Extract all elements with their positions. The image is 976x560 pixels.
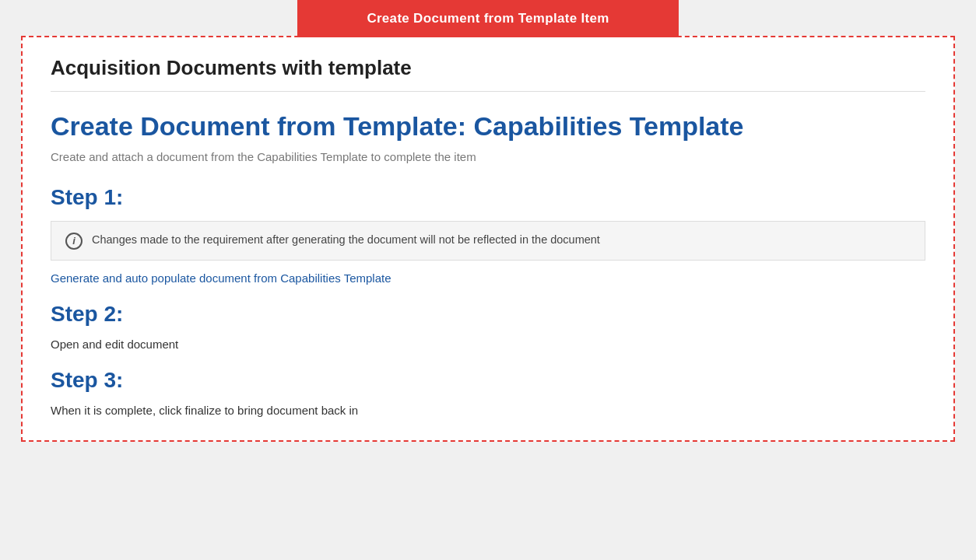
step1-heading: Step 1: [51, 185, 925, 210]
step3-description: When it is complete, click finalize to b… [51, 404, 925, 417]
create-document-button[interactable]: Create Document from Template Item [297, 0, 679, 37]
generate-link[interactable]: Generate and auto populate document from… [51, 271, 391, 285]
info-message: Changes made to the requirement after ge… [92, 232, 600, 249]
doc-subtitle: Create and attach a document from the Ca… [51, 150, 925, 163]
info-icon: i [65, 233, 83, 250]
main-container: Acquisition Documents with template Crea… [21, 36, 955, 442]
doc-title: Create Document from Template: Capabilit… [51, 110, 925, 142]
step2-description: Open and edit document [51, 338, 925, 351]
step2-heading: Step 2: [51, 302, 925, 327]
info-box: i Changes made to the requirement after … [51, 221, 925, 261]
step3-heading: Step 3: [51, 368, 925, 393]
page-heading: Acquisition Documents with template [51, 56, 925, 92]
outer-wrapper: Create Document from Template Item Acqui… [0, 0, 976, 560]
